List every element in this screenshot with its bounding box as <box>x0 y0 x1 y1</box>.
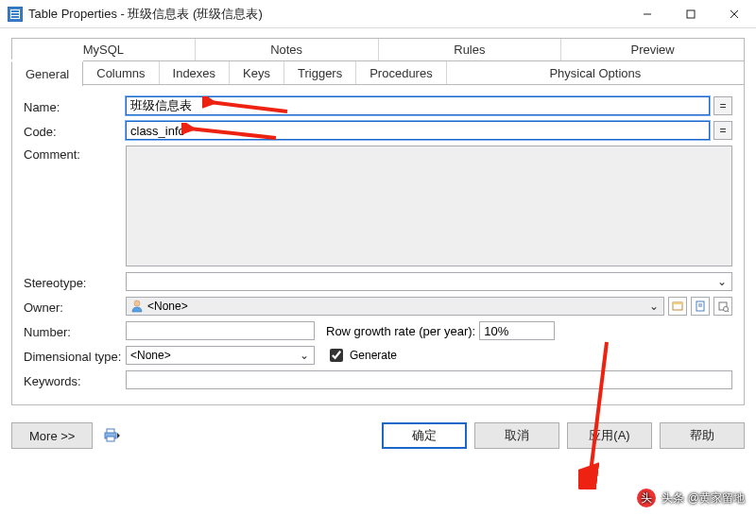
code-eq-button[interactable]: = <box>713 121 732 140</box>
svg-rect-3 <box>11 16 19 18</box>
svg-rect-10 <box>673 302 682 304</box>
owner-create-button[interactable] <box>713 297 732 316</box>
close-button[interactable] <box>713 0 756 27</box>
stereotype-combo[interactable]: ⌄ <box>126 272 732 291</box>
name-eq-button[interactable]: = <box>713 96 732 115</box>
tab-general[interactable]: General <box>11 60 83 86</box>
stereotype-label: Stereotype: <box>24 274 126 290</box>
svg-point-8 <box>134 300 140 306</box>
user-icon <box>130 300 144 313</box>
tab-notes[interactable]: Notes <box>196 39 379 60</box>
chevron-down-icon: ⌄ <box>646 300 662 313</box>
svg-rect-5 <box>687 10 695 18</box>
ok-button[interactable]: 确定 <box>382 422 467 449</box>
number-input[interactable] <box>126 321 315 340</box>
svg-rect-22 <box>107 437 114 441</box>
name-input[interactable] <box>126 96 710 115</box>
name-label: Name: <box>24 98 126 114</box>
title-bar: Table Properties - 班级信息表 (班级信息表) <box>0 0 756 28</box>
svg-point-15 <box>724 307 729 312</box>
code-label: Code: <box>24 123 126 139</box>
tab-preview[interactable]: Preview <box>561 39 744 60</box>
chevron-down-icon: ⌄ <box>297 349 312 362</box>
tab-columns[interactable]: Columns <box>83 61 159 84</box>
tab-rules[interactable]: Rules <box>379 39 562 60</box>
owner-browse-button[interactable] <box>668 297 687 316</box>
owner-properties-button[interactable] <box>691 297 710 316</box>
tab-keys[interactable]: Keys <box>230 61 284 84</box>
owner-combo[interactable]: <None> ⌄ <box>126 297 664 316</box>
generate-label: Generate <box>350 349 397 362</box>
lower-tab-bar: General Columns Indexes Keys Triggers Pr… <box>11 60 745 85</box>
svg-rect-2 <box>11 13 19 15</box>
maximize-button[interactable] <box>669 0 713 27</box>
minimize-button[interactable] <box>626 0 669 27</box>
tab-physical-options[interactable]: Physical Options <box>447 61 744 84</box>
app-icon <box>8 7 23 22</box>
tab-indexes[interactable]: Indexes <box>160 61 231 84</box>
cancel-button[interactable]: 取消 <box>474 422 559 449</box>
dim-type-value: <None> <box>130 349 171 362</box>
apply-button[interactable]: 应用(A) <box>567 422 652 449</box>
svg-line-16 <box>728 311 729 312</box>
help-button[interactable]: 帮助 <box>660 422 745 449</box>
tab-mysql[interactable]: MySQL <box>12 39 196 60</box>
owner-value: <None> <box>147 300 188 313</box>
keywords-input[interactable] <box>126 370 732 389</box>
more-button[interactable]: More >> <box>11 422 93 449</box>
watermark: 头 头条 @黄家留地 <box>637 489 745 507</box>
window-title: Table Properties - 班级信息表 (班级信息表) <box>28 6 626 23</box>
upper-tab-bar: MySQL Notes Rules Preview <box>11 38 745 60</box>
chevron-down-icon: ⌄ <box>714 275 730 288</box>
comment-textarea[interactable] <box>126 146 732 266</box>
tab-procedures[interactable]: Procedures <box>356 61 446 84</box>
generate-checkbox[interactable] <box>330 349 343 362</box>
svg-rect-1 <box>11 10 19 12</box>
watermark-icon: 头 <box>637 489 656 507</box>
row-growth-input[interactable] <box>479 321 555 340</box>
owner-label: Owner: <box>24 299 126 315</box>
print-icon-button[interactable] <box>102 425 123 446</box>
row-growth-label: Row growth rate (per year): <box>326 324 475 338</box>
code-input[interactable] <box>126 121 710 140</box>
general-panel: Name: = Code: = Comment: Stereotype: <box>11 85 745 405</box>
dialog-footer: More >> 确定 取消 应用(A) 帮助 <box>0 413 756 458</box>
dim-type-label: Dimensional type: <box>24 348 126 364</box>
tab-triggers[interactable]: Triggers <box>284 61 356 84</box>
dim-type-combo[interactable]: <None> ⌄ <box>126 346 315 365</box>
watermark-text: 头条 @黄家留地 <box>662 490 745 506</box>
number-label: Number: <box>24 323 126 339</box>
keywords-label: Keywords: <box>24 372 126 388</box>
generate-checkbox-wrap[interactable]: Generate <box>326 346 397 365</box>
comment-label: Comment: <box>24 146 126 162</box>
